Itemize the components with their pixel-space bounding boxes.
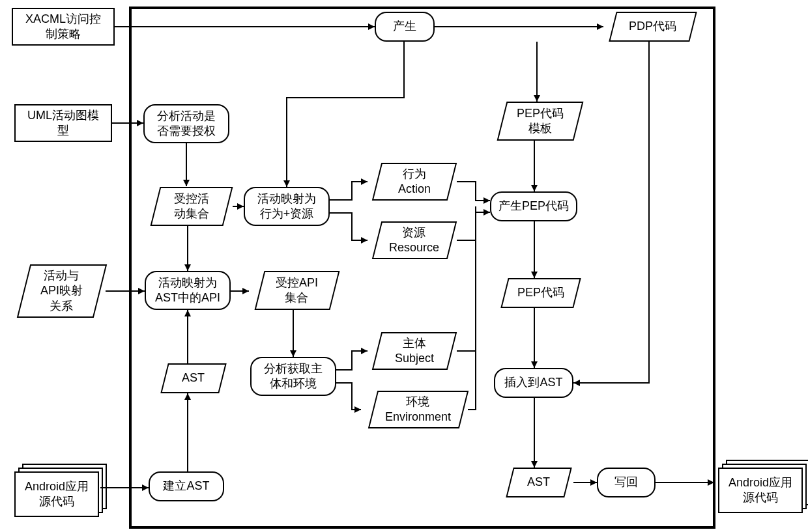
diagram-canvas: XACML访问控 制策略 UML活动图模 型 活动与 API映射 关系 Andr… xyxy=(0,0,808,532)
input-xacml: XACML访问控 制策略 xyxy=(12,8,115,46)
data-resource: 资源 Resource xyxy=(372,221,457,259)
data-controlled-activity: 受控活 动集合 xyxy=(151,187,233,226)
input-mapping: 活动与 API映射 关系 xyxy=(17,264,107,318)
input-src-stack: Android应用 源代码 xyxy=(14,464,107,517)
process-build-ast: 建立AST xyxy=(149,471,224,501)
process-insert-ast: 插入到AST xyxy=(494,368,573,398)
data-pep-code: PEP代码 xyxy=(500,278,581,308)
process-gen-pep: 产生PEP代码 xyxy=(490,191,577,221)
data-controlled-api: 受控API 集合 xyxy=(255,271,340,310)
data-environment: 环境 Environment xyxy=(368,391,469,428)
data-action: 行为 Action xyxy=(372,163,457,201)
data-ast-1: AST xyxy=(160,363,226,393)
input-uml: UML活动图模 型 xyxy=(14,104,112,142)
output-src-stack: Android应用 源代码 xyxy=(718,460,808,513)
data-pep-template: PEP代码 模板 xyxy=(497,102,584,141)
process-analyze-auth: 分析活动是 否需要授权 xyxy=(143,104,229,143)
data-subject: 主体 Subject xyxy=(372,332,457,370)
process-analyze-subject: 分析获取主 体和环境 xyxy=(250,357,336,396)
process-map-ast-api: 活动映射为 AST中的API xyxy=(145,271,231,310)
main-frame xyxy=(129,7,715,529)
process-generate: 产生 xyxy=(375,12,435,42)
data-pdp-code: PDP代码 xyxy=(609,12,697,42)
data-ast-2: AST xyxy=(506,468,571,497)
process-map-behavior: 活动映射为 行为+资源 xyxy=(244,187,330,226)
process-write-back: 写回 xyxy=(597,468,656,497)
